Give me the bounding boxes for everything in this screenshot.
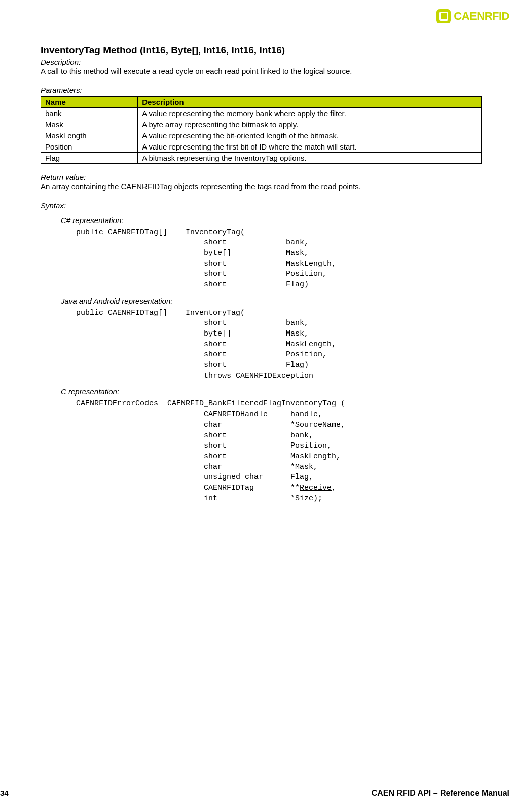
- footer-title: CAEN RFID API – Reference Manual: [372, 789, 509, 798]
- c-code-pre: CAENRFIDErrorCodes CAENRFID_BankFiltered…: [76, 399, 345, 492]
- table-row: MaskLength A value representing the bit-…: [41, 130, 482, 141]
- param-desc: A value representing the first bit of ID…: [138, 141, 482, 153]
- param-desc: A value representing the bit-oriented le…: [138, 130, 482, 141]
- c-code-end: );: [313, 494, 322, 503]
- return-text: An array containing the CAENRFIDTag obje…: [41, 181, 482, 192]
- header-desc: Description: [138, 97, 482, 108]
- param-name: bank: [41, 108, 138, 119]
- param-desc: A value representing the memory bank whe…: [138, 108, 482, 119]
- table-row: Mask A byte array representing the bitma…: [41, 119, 482, 130]
- param-name: Position: [41, 141, 138, 153]
- param-desc: A bitmask representing the InventoryTag …: [138, 153, 482, 164]
- param-desc: A byte array representing the bitmask to…: [138, 119, 482, 130]
- c-label: C representation:: [61, 387, 482, 396]
- header-name: Name: [41, 97, 138, 108]
- java-code: public CAENRFIDTag[] InventoryTag( short…: [76, 308, 482, 382]
- table-row: bank A value representing the memory ban…: [41, 108, 482, 119]
- syntax-label: Syntax:: [41, 201, 482, 210]
- parameters-table: Name Description bank A value representi…: [41, 96, 482, 164]
- csharp-code: public CAENRFIDTag[] InventoryTag( short…: [76, 228, 482, 290]
- parameters-label: Parameters:: [41, 86, 482, 94]
- method-heading: InventoryTag Method (Int16, Byte[], Int1…: [41, 45, 482, 56]
- table-row: Flag A bitmask representing the Inventor…: [41, 153, 482, 164]
- description-label: Description:: [41, 58, 482, 66]
- description-text: A call to this method will execute a rea…: [41, 66, 482, 77]
- table-row: Position A value representing the first …: [41, 141, 482, 153]
- logo-icon: [436, 9, 451, 23]
- c-code-underline: Size: [295, 494, 313, 503]
- page-footer: 34 CAEN RFID API – Reference Manual: [0, 789, 512, 798]
- logo-text: CAENRFID: [454, 10, 509, 23]
- brand-logo: CAENRFID: [436, 9, 509, 23]
- csharp-label: C# representation:: [61, 216, 482, 225]
- return-label: Return value:: [41, 173, 482, 181]
- param-name: MaskLength: [41, 130, 138, 141]
- c-code-underline: Receive: [300, 484, 332, 492]
- page-number: 34: [0, 789, 9, 797]
- param-name: Flag: [41, 153, 138, 164]
- table-header-row: Name Description: [41, 97, 482, 108]
- java-label: Java and Android representation:: [61, 297, 482, 305]
- c-code: CAENRFIDErrorCodes CAENRFID_BankFiltered…: [76, 399, 482, 504]
- param-name: Mask: [41, 119, 138, 130]
- page-content: InventoryTag Method (Int16, Byte[], Int1…: [41, 45, 482, 504]
